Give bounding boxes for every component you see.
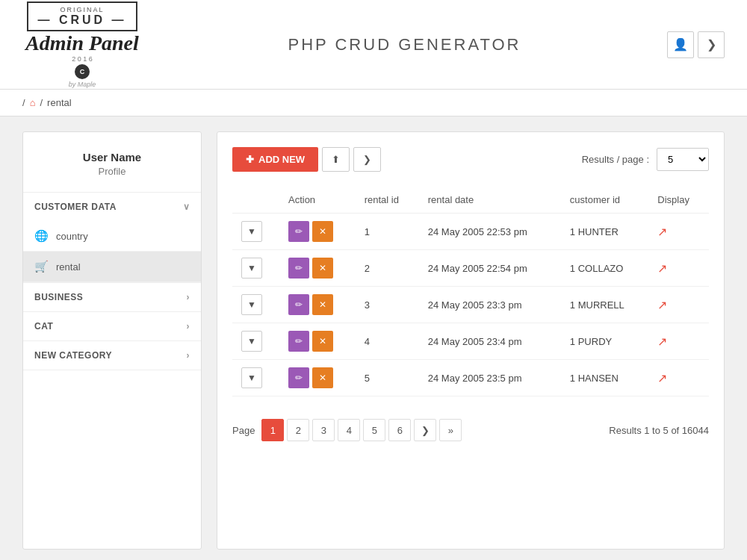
export-button[interactable]: ⬆ xyxy=(322,147,350,172)
action-group: ✏ ✕ xyxy=(288,367,347,388)
sidebar-newcategory-menu[interactable]: NEW CATEGORY › xyxy=(23,341,201,370)
row-display-cell: ↗ xyxy=(648,250,709,287)
action-group: ✏ ✕ xyxy=(288,331,347,352)
display-button[interactable]: ↗ xyxy=(657,261,667,276)
row-rental-id: 1 xyxy=(356,214,419,250)
edit-button[interactable]: ✏ xyxy=(288,294,309,315)
content-area: ✚ ADD NEW ⬆ ❯ Results / page : 5 10 25 5… xyxy=(217,131,725,550)
page-btn-4[interactable]: 4 xyxy=(338,419,360,441)
page-next-button[interactable]: ❯ xyxy=(414,419,436,441)
header-chevron-button[interactable]: ❯ xyxy=(698,31,725,58)
col-customer-id: customer id xyxy=(561,187,648,214)
row-dropdown-cell: ▼ xyxy=(232,323,279,360)
breadcrumb-home-link[interactable]: ⌂ xyxy=(30,97,36,108)
page-last-button[interactable]: » xyxy=(439,419,462,441)
results-info: Results 1 to 5 of 16044 xyxy=(609,425,709,436)
globe-icon: 🌐 xyxy=(34,229,49,243)
row-rental-id: 2 xyxy=(356,250,419,287)
results-per-page-select[interactable]: 5 10 25 50 100 xyxy=(657,148,709,171)
breadcrumb-separator-1: / xyxy=(22,97,25,108)
row-rental-id: 4 xyxy=(356,323,419,360)
sidebar-cat-label: CAT xyxy=(34,321,53,332)
data-table: Action rental id rental date customer id… xyxy=(232,187,709,396)
sidebar-item-country[interactable]: 🌐 country xyxy=(23,221,201,252)
action-group: ✏ ✕ xyxy=(288,221,347,242)
row-action-cell: ✏ ✕ xyxy=(279,360,356,396)
logo-crud: — CRUD — xyxy=(37,13,126,27)
breadcrumb-page: rental xyxy=(47,97,72,108)
sidebar-cat-menu[interactable]: CAT › xyxy=(23,312,201,341)
main-content: User Name Profile CUSTOMER DATA ∨ 🌐 coun… xyxy=(0,116,747,560)
page-btn-2[interactable]: 2 xyxy=(287,419,309,441)
row-display-cell: ↗ xyxy=(648,287,709,323)
pagination-area: Page 1 2 3 4 5 6 ❯ » Results 1 to 5 of 1… xyxy=(232,411,709,441)
chevron-down-icon: ∨ xyxy=(183,202,190,212)
display-button[interactable]: ↗ xyxy=(657,335,667,349)
action-group: ✏ ✕ xyxy=(288,294,347,315)
row-action-cell: ✏ ✕ xyxy=(279,287,356,323)
chevron-right-icon-cat: › xyxy=(187,321,190,332)
page-btn-5[interactable]: 5 xyxy=(363,419,385,441)
table-row: ▼ ✏ ✕ 2 24 May 2005 22:54 pm 1 COLLAZO ↗ xyxy=(232,250,709,287)
row-dropdown-button[interactable]: ▼ xyxy=(241,331,262,352)
row-dropdown-button[interactable]: ▼ xyxy=(241,221,262,242)
display-button[interactable]: ↗ xyxy=(657,371,667,385)
sidebar-business-menu[interactable]: BUSINESS › xyxy=(23,283,201,312)
row-customer-id: 1 PURDY xyxy=(561,323,648,360)
edit-button[interactable]: ✏ xyxy=(288,221,309,242)
edit-button[interactable]: ✏ xyxy=(288,331,309,352)
logo-original: ORIGINAL xyxy=(37,6,126,13)
header-actions: 👤 ❯ xyxy=(667,31,725,58)
page-btn-1[interactable]: 1 xyxy=(261,419,284,441)
row-customer-id: 1 MURRELL xyxy=(561,287,648,323)
results-per-page-label: Results / page : xyxy=(582,154,649,165)
row-rental-id: 5 xyxy=(356,360,419,396)
col-rental-date: rental date xyxy=(419,187,561,214)
sidebar-customer-data-menu[interactable]: CUSTOMER DATA ∨ xyxy=(23,193,201,221)
delete-button[interactable]: ✕ xyxy=(312,221,333,242)
row-dropdown-button[interactable]: ▼ xyxy=(241,294,262,315)
sidebar-newcategory-label: NEW CATEGORY xyxy=(34,350,112,361)
display-button[interactable]: ↗ xyxy=(657,225,667,239)
breadcrumb-separator-2: / xyxy=(40,97,43,108)
toolbar: ✚ ADD NEW ⬆ ❯ Results / page : 5 10 25 5… xyxy=(232,147,709,172)
row-dropdown-button[interactable]: ▼ xyxy=(241,258,262,279)
toolbar-right: Results / page : 5 10 25 50 100 xyxy=(582,148,709,171)
delete-button[interactable]: ✕ xyxy=(312,258,333,279)
delete-button[interactable]: ✕ xyxy=(312,294,333,315)
row-dropdown-button[interactable]: ▼ xyxy=(241,367,262,388)
sidebar-customer-data-label: CUSTOMER DATA xyxy=(34,202,117,212)
row-customer-id: 1 COLLAZO xyxy=(561,250,648,287)
edit-button[interactable]: ✏ xyxy=(288,367,309,388)
sidebar-item-rental[interactable]: 🛒 rental xyxy=(23,252,201,282)
edit-button[interactable]: ✏ xyxy=(288,258,309,279)
row-customer-id: 1 HUNTER xyxy=(561,214,648,250)
plus-icon: ✚ xyxy=(246,154,254,165)
sidebar-profile: Profile xyxy=(34,166,190,177)
user-profile-button[interactable]: 👤 xyxy=(667,31,694,58)
row-rental-date: 24 May 2005 23:3 pm xyxy=(419,287,561,323)
delete-button[interactable]: ✕ xyxy=(312,331,333,352)
row-display-cell: ↗ xyxy=(648,323,709,360)
toolbar-left: ✚ ADD NEW ⬆ ❯ xyxy=(232,147,381,172)
page-btn-3[interactable]: 3 xyxy=(312,419,335,441)
row-dropdown-cell: ▼ xyxy=(232,214,279,250)
breadcrumb: / ⌂ / rental xyxy=(0,90,747,116)
delete-button[interactable]: ✕ xyxy=(312,367,333,388)
page-btn-6[interactable]: 6 xyxy=(388,419,411,441)
add-new-label: ADD NEW xyxy=(258,154,305,165)
add-new-button[interactable]: ✚ ADD NEW xyxy=(232,147,318,172)
sidebar-business-label: BUSINESS xyxy=(34,292,83,302)
row-rental-date: 24 May 2005 22:54 pm xyxy=(419,250,561,287)
table-row: ▼ ✏ ✕ 3 24 May 2005 23:3 pm 1 MURRELL ↗ xyxy=(232,287,709,323)
col-action-label: Action xyxy=(279,187,356,214)
sidebar: User Name Profile CUSTOMER DATA ∨ 🌐 coun… xyxy=(22,131,202,550)
table-header-row: Action rental id rental date customer id… xyxy=(232,187,709,214)
display-button[interactable]: ↗ xyxy=(657,298,667,312)
pagination: Page 1 2 3 4 5 6 ❯ » xyxy=(232,419,462,441)
home-icon: ⌂ xyxy=(30,97,36,108)
sidebar-user-section: User Name Profile xyxy=(23,132,201,193)
logo-by: by Maple xyxy=(69,81,96,88)
toolbar-next-button[interactable]: ❯ xyxy=(353,147,381,172)
chevron-right-icon-business: › xyxy=(187,292,190,302)
